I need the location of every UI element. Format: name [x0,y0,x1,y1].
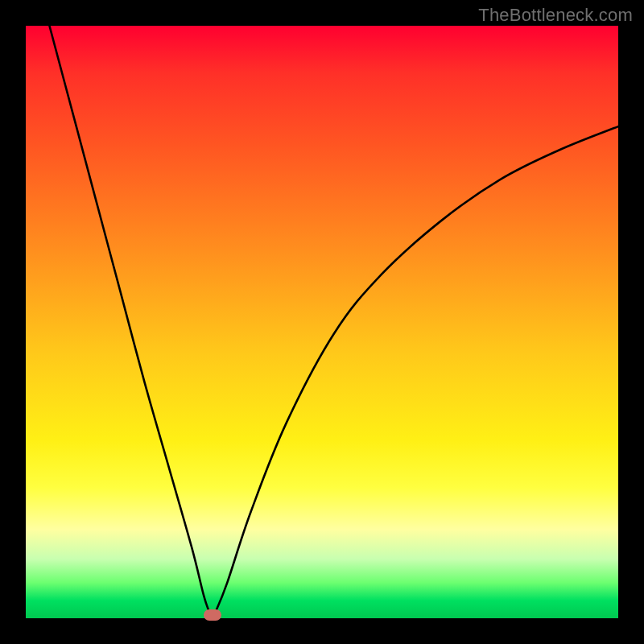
curve-svg [26,26,618,618]
bottleneck-curve [49,26,618,618]
plot-area [26,26,618,618]
chart-frame: TheBottleneck.com [0,0,644,644]
bottleneck-marker [204,609,221,621]
watermark-text: TheBottleneck.com [478,5,633,26]
